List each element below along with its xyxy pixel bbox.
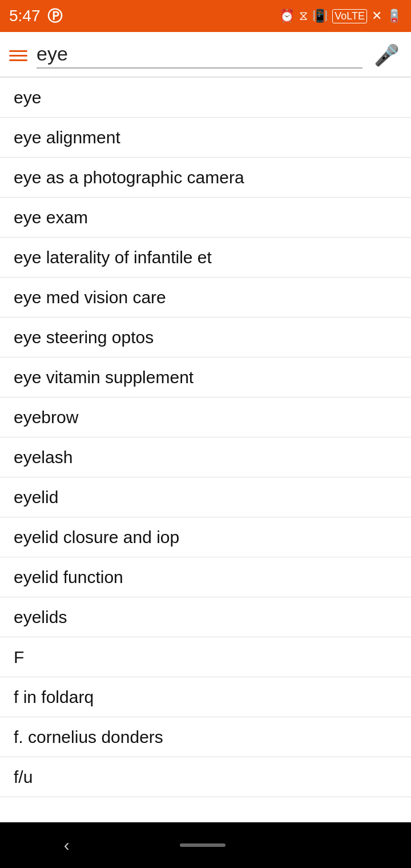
list-item[interactable]: f. cornelius donders [0,717,411,757]
parking-icon: Ⓟ [47,6,62,26]
suggestion-text: f in foldarq [14,686,94,708]
suggestion-text: eyelid closure and iop [14,526,179,548]
suggestion-text: eyelid [14,486,58,508]
microphone-button[interactable]: 🎤 [372,41,402,70]
suggestion-text: F [14,646,24,668]
suggestion-text: eye laterality of infantile et [14,246,212,268]
list-item[interactable]: eye med vision care [0,278,411,318]
suggestion-text: f. cornelius donders [14,726,163,748]
list-item[interactable]: eyelid function [0,557,411,597]
status-left: 5:47 Ⓟ [9,6,62,26]
suggestion-text: eye med vision care [14,286,166,308]
back-button[interactable]: ‹ [47,830,87,861]
list-item[interactable]: eye vitamin supplement [0,357,411,397]
suggestion-text: eye exam [14,206,88,228]
suggestion-text: eyelids [14,606,67,628]
battery-icon: 🪫 [386,9,402,23]
microphone-icon: 🎤 [374,43,400,67]
refresh-icon: ⧖ [299,9,308,23]
signal-icon: ✕ [372,9,382,23]
vibrate-icon: 📳 [312,9,328,23]
list-item[interactable]: eyelid closure and iop [0,517,411,557]
list-item[interactable]: eyelash [0,437,411,477]
suggestion-text: eye [14,86,41,108]
list-item[interactable]: f/u [0,757,411,797]
status-time: 5:47 [9,7,41,25]
list-item[interactable]: eyelid [0,477,411,517]
search-input-wrapper [37,43,362,69]
list-item[interactable]: eye alignment [0,118,411,158]
list-item[interactable]: eye steering optos [0,318,411,357]
suggestion-text: f/u [14,766,33,788]
list-item[interactable]: eye as a photographic camera [0,158,411,198]
home-pill[interactable] [180,843,225,847]
suggestion-text: eyelid function [14,566,123,588]
list-item[interactable]: eye exam [0,198,411,238]
list-item[interactable]: eyelids [0,597,411,637]
list-item[interactable]: eye [0,78,411,118]
list-item[interactable]: eye laterality of infantile et [0,238,411,278]
hamburger-menu-button[interactable] [9,50,27,61]
suggestion-text: eye alignment [14,126,120,148]
list-item[interactable]: F [0,637,411,677]
volte-badge: VoLTE [332,9,367,23]
search-header: 🎤 [0,32,411,78]
suggestion-text: eyebrow [14,406,78,428]
search-input[interactable] [37,43,362,65]
list-item[interactable]: eyebrow [0,397,411,437]
status-right: ⏰ ⧖ 📳 VoLTE ✕ 🪫 [279,9,402,23]
suggestion-text: eye steering optos [14,326,154,348]
status-bar: 5:47 Ⓟ ⏰ ⧖ 📳 VoLTE ✕ 🪫 [0,0,411,32]
list-item[interactable]: f in foldarq [0,677,411,717]
suggestion-text: eye vitamin supplement [14,366,194,388]
suggestion-text: eye as a photographic camera [14,166,244,188]
navigation-bar: ‹ [0,822,411,868]
suggestions-list: eyeeye alignmenteye as a photographic ca… [0,78,411,797]
alarm-icon: ⏰ [279,9,295,23]
suggestion-text: eyelash [14,446,72,468]
